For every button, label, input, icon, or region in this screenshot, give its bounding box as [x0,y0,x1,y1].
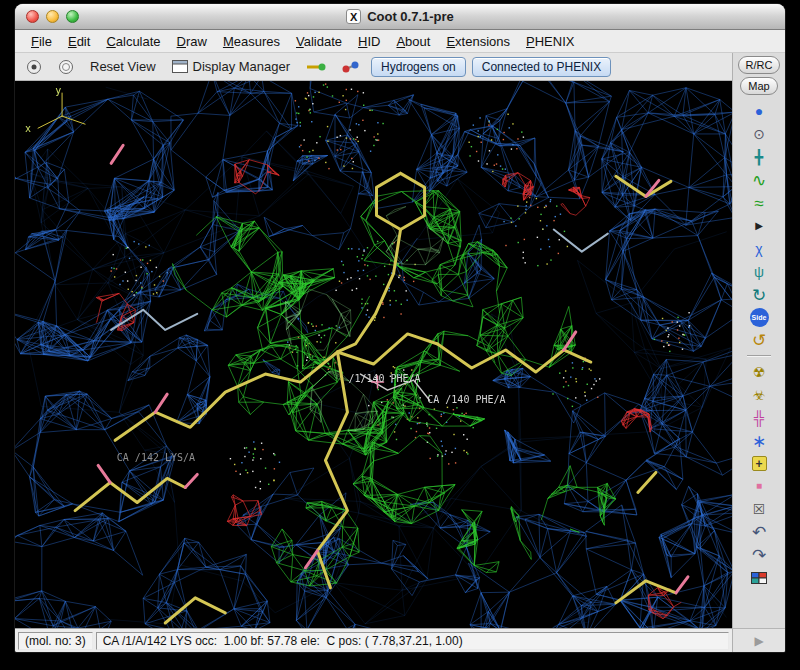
phenix-connection-button[interactable]: Connected to PHENIX [472,57,611,77]
molecule-icon[interactable] [337,58,365,76]
minimize-button[interactable] [46,10,59,23]
window-title-text: Coot 0.7.1-pre [367,9,454,24]
menu-hid[interactable]: HID [350,32,388,51]
real-space-refine-icon[interactable]: ● [746,100,772,122]
rigid-body-fit-icon[interactable]: ╋ [746,146,772,168]
density-canvas[interactable] [15,81,732,628]
rotate-translate-icon[interactable]: ∿ [746,169,772,191]
regularize-zone-icon[interactable]: ⊙ [746,123,772,145]
display-manager-icon [172,60,188,73]
menu-draw[interactable]: Draw [169,32,215,51]
title-bar[interactable]: X Coot 0.7.1-pre [15,4,785,30]
coot-window: X Coot 0.7.1-pre File Edit Calculate Dra… [15,4,785,652]
hydrogens-toggle-button[interactable]: Hydrogens on [371,57,466,77]
menu-extensions[interactable]: Extensions [438,32,518,51]
torsion-general-icon[interactable]: ψ [746,261,772,283]
menu-phenix[interactable]: PHENIX [518,32,582,51]
add-alt-conf-icon[interactable]: ∗ [746,430,772,452]
play-icon[interactable]: ▶ [733,628,785,652]
graphics-viewport: y x /1/140 PHE/A CA /140 PHE/A CA /142 L… [15,81,732,628]
delete-item-icon[interactable]: ☒ [746,498,772,520]
menu-file[interactable]: File [23,32,60,51]
zoom-button[interactable] [66,10,79,23]
close-button[interactable] [26,10,39,23]
status-bar: (mol. no: 3) CA /1/A/142 LYS occ: 1.00 b… [15,628,732,652]
undo-icon[interactable]: ↶ [746,521,772,543]
flip-peptide-icon[interactable]: ↻ [746,284,772,306]
menu-measures[interactable]: Measures [215,32,288,51]
jed-flip-icon[interactable]: ↺ [746,329,772,351]
rrc-button[interactable]: R/RC [738,56,781,74]
side-chain-flip-icon[interactable]: Side [750,308,769,327]
main-toolbar: Reset View Display Manager Hydrogens on … [15,53,732,81]
toolbar-separator [747,355,771,357]
place-atom-icon[interactable]: + [752,456,767,471]
auto-fit-rotamer-icon[interactable]: ≈ [746,192,772,214]
run-refinement-icon[interactable] [746,567,772,589]
simple-mutate-icon[interactable]: ☣ [746,384,772,406]
edit-chi-angles-icon[interactable]: χ [746,238,772,260]
redo-icon[interactable]: ↷ [746,544,772,566]
modelling-toolbar: ● ⊙ ╋ ∿ ≈ ▶ χ ψ ↻ Side ↺ ☢ ☣ ╬ ∗ + ■ ☒ ↶ [733,100,785,628]
clear-pending-picks-icon[interactable]: ■ [746,475,772,497]
view-circle-icon[interactable] [21,57,47,77]
menu-edit[interactable]: Edit [60,32,98,51]
rotamers-icon[interactable]: ▶ [746,215,772,237]
window-title: X Coot 0.7.1-pre [346,9,454,24]
menu-bar: File Edit Calculate Draw Measures Valida… [15,30,785,53]
mutate-autofit-icon[interactable]: ☢ [746,361,772,383]
menu-about[interactable]: About [388,32,438,51]
pointer-distance-icon[interactable] [301,59,331,75]
x11-icon: X [346,9,361,24]
reset-view-button[interactable]: Reset View [85,57,161,76]
status-mol-number: (mol. no: 3) [18,632,93,650]
window-controls [26,10,79,23]
status-atom-info: CA /1/A/142 LYS occ: 1.00 bf: 57.78 ele:… [96,632,729,650]
display-manager-label: Display Manager [193,59,291,74]
menu-validate[interactable]: Validate [288,32,350,51]
map-button[interactable]: Map [740,77,777,95]
display-manager-button[interactable]: Display Manager [167,57,296,76]
add-terminal-residue-icon[interactable]: ╬ [746,407,772,429]
right-sidebar: R/RC Map ● ⊙ ╋ ∿ ≈ ▶ χ ψ ↻ Side ↺ ☢ ☣ ╬ … [733,53,785,652]
menu-calculate[interactable]: Calculate [98,32,168,51]
target-circle-icon[interactable] [53,57,79,77]
